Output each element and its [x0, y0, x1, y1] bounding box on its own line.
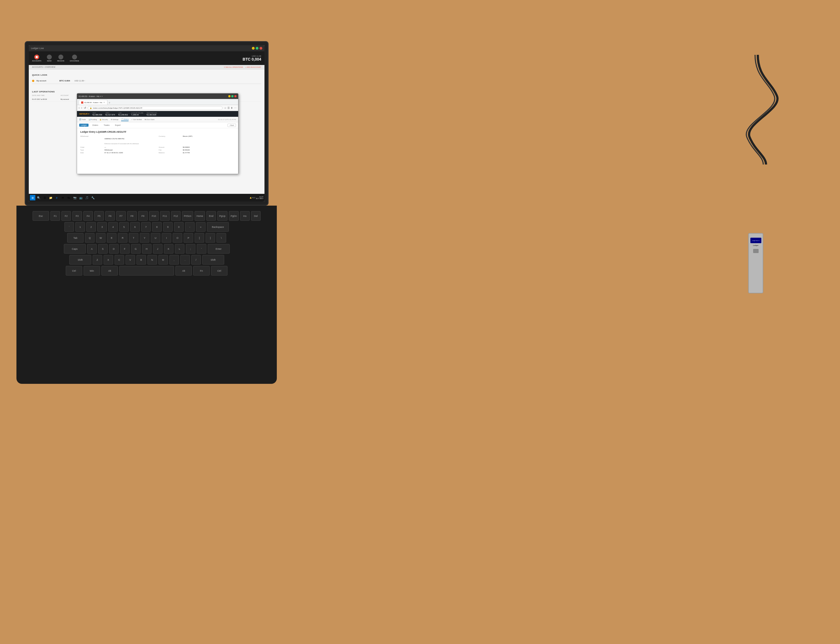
- key-j[interactable]: J: [153, 244, 162, 254]
- key-del[interactable]: Del: [251, 211, 261, 221]
- mail-icon[interactable]: ✉: [60, 195, 66, 200]
- key-minus[interactable]: -: [185, 222, 195, 232]
- key-f3[interactable]: F3: [72, 211, 82, 221]
- more-icon[interactable]: ⋯: [234, 107, 236, 109]
- key-f11[interactable]: F11: [160, 211, 170, 221]
- key-f12[interactable]: F12: [171, 211, 180, 221]
- key-z[interactable]: Z: [93, 255, 102, 264]
- tab-mtgox[interactable]: Mt.Gox Claim: [144, 118, 154, 121]
- browser-tab-kraken[interactable]: €2,406.50 - Kraken - His ✕: [79, 100, 107, 105]
- key-d[interactable]: D: [109, 244, 119, 254]
- file-explorer-icon[interactable]: 📁: [48, 195, 53, 200]
- key-home[interactable]: Home: [195, 211, 205, 221]
- market-pair[interactable]: XBT/EUR ▾: [79, 113, 89, 115]
- key-quote[interactable]: ': [197, 244, 207, 254]
- subtab-export[interactable]: Export: [113, 124, 122, 127]
- tab-security[interactable]: 🔒 Security: [100, 118, 108, 121]
- key-4[interactable]: 4: [108, 222, 118, 232]
- nav-exchange[interactable]: EXCHANGE: [70, 54, 79, 62]
- key-k[interactable]: K: [164, 244, 174, 254]
- notification-icon[interactable]: 🔔: [250, 197, 252, 199]
- key-f5[interactable]: F5: [94, 211, 104, 221]
- key-end[interactable]: End: [207, 211, 216, 221]
- key-l[interactable]: L: [175, 244, 184, 254]
- key-equals[interactable]: =: [196, 222, 205, 232]
- key-shift-right[interactable]: Shift: [202, 255, 224, 264]
- key-b[interactable]: B: [136, 255, 146, 264]
- key-e[interactable]: E: [107, 233, 116, 243]
- tab-get-verified[interactable]: ✓ Get Verified: [131, 118, 142, 121]
- key-f9[interactable]: F9: [138, 211, 148, 221]
- app-icon-1[interactable]: 📷: [72, 195, 77, 200]
- key-9[interactable]: 9: [163, 222, 173, 232]
- add-account-button[interactable]: + ADD AN ACCOUNT: [245, 66, 261, 68]
- key-1[interactable]: 1: [75, 222, 85, 232]
- reload-button[interactable]: ↺: [84, 106, 86, 109]
- key-a[interactable]: A: [87, 244, 97, 254]
- key-0[interactable]: 0: [174, 222, 184, 232]
- key-alt-left[interactable]: Alt: [102, 266, 118, 276]
- key-tab[interactable]: Tab: [67, 233, 84, 243]
- key-caps[interactable]: Caps: [64, 244, 86, 254]
- key-f8[interactable]: F8: [127, 211, 137, 221]
- search-taskbar-icon[interactable]: 🔍: [36, 195, 41, 200]
- key-m[interactable]: M: [158, 255, 168, 264]
- key-semicolon[interactable]: ;: [186, 244, 195, 254]
- new-tab-button[interactable]: +: [107, 101, 112, 105]
- nav-send[interactable]: SEND: [47, 54, 52, 62]
- key-f1[interactable]: F1: [51, 211, 60, 221]
- maximize-button[interactable]: □: [256, 47, 258, 49]
- tab-history[interactable]: 🕐 History: [121, 118, 128, 121]
- key-y[interactable]: Y: [140, 233, 149, 243]
- back-button[interactable]: ‹ Back: [228, 124, 236, 127]
- key-p[interactable]: P: [184, 233, 193, 243]
- key-ins[interactable]: Ins: [240, 211, 250, 221]
- key-o[interactable]: O: [173, 233, 182, 243]
- key-pgup[interactable]: PgUp: [217, 211, 228, 221]
- key-f2[interactable]: F2: [61, 211, 71, 221]
- forward-nav-button[interactable]: ›: [81, 106, 82, 109]
- nav-receive[interactable]: RECEIVE: [57, 54, 64, 62]
- subtab-ledger[interactable]: Ledger: [79, 124, 89, 127]
- key-rbracket[interactable]: ]: [205, 233, 215, 243]
- key-x[interactable]: X: [103, 255, 113, 264]
- key-q[interactable]: Q: [85, 233, 95, 243]
- app-icon-2[interactable]: 📺: [78, 195, 84, 200]
- key-shift-left[interactable]: Shift: [69, 255, 91, 264]
- browser-min-btn[interactable]: [228, 95, 230, 97]
- tab-settings[interactable]: ⚙ Settings: [111, 118, 118, 121]
- key-slash[interactable]: /: [191, 255, 201, 264]
- browser-close-btn[interactable]: [234, 95, 236, 97]
- key-period[interactable]: .: [180, 255, 190, 264]
- subtab-trades[interactable]: Trades: [102, 124, 111, 127]
- key-h[interactable]: H: [142, 244, 151, 254]
- key-backslash[interactable]: \: [217, 233, 226, 243]
- key-win[interactable]: Win: [84, 266, 100, 276]
- key-comma[interactable]: ,: [169, 255, 179, 264]
- close-button[interactable]: ✕: [259, 47, 262, 49]
- browser-max-btn[interactable]: [231, 95, 233, 97]
- key-7[interactable]: 7: [141, 222, 151, 232]
- key-2[interactable]: 2: [86, 222, 96, 232]
- app-icon-3[interactable]: 🎵: [84, 195, 90, 200]
- key-ctrl-right[interactable]: Ctrl: [211, 266, 228, 276]
- key-c[interactable]: C: [115, 255, 124, 264]
- key-fn[interactable]: Fn: [193, 266, 210, 276]
- share-icon[interactable]: ⬆: [231, 107, 233, 109]
- key-esc[interactable]: Esc: [33, 211, 49, 221]
- key-t[interactable]: T: [129, 233, 138, 243]
- tab-funding[interactable]: 📊 Funding: [89, 118, 97, 121]
- key-n[interactable]: N: [148, 255, 157, 264]
- task-view-icon[interactable]: ☰: [42, 195, 48, 200]
- address-field[interactable]: 🔒 kraken.com/u/history/ledger/ledger-PHP…: [88, 106, 223, 110]
- menu-icon[interactable]: ☰: [228, 107, 230, 109]
- edge-icon[interactable]: e: [54, 195, 59, 200]
- bookmark-icon[interactable]: ☆: [224, 107, 226, 109]
- key-ctrl-left[interactable]: Ctrl: [66, 266, 82, 276]
- key-8[interactable]: 8: [152, 222, 162, 232]
- key-backtick[interactable]: `: [64, 222, 74, 232]
- subtab-orders[interactable]: Orders: [91, 124, 100, 127]
- key-6[interactable]: 6: [130, 222, 140, 232]
- see-all-ops-button[interactable]: ≡ SEE ALL OPERATIONS: [224, 66, 243, 68]
- key-v[interactable]: V: [126, 255, 135, 264]
